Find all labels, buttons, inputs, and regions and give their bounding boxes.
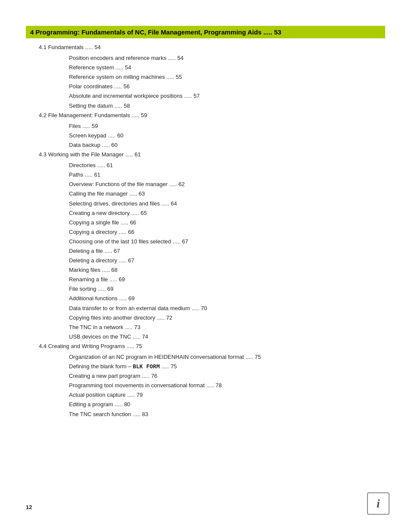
toc-level2: Copying files into another directory ...… [69,313,385,323]
toc-level2: Setting the datum ..... 58 [69,101,385,111]
info-icon: i [367,492,389,515]
toc-level2: Paths ..... 61 [69,170,385,180]
toc-level2: Absolute and incremental workpiece posit… [69,91,385,101]
toc-level2: Defining the blank form – BLK FORM .....… [69,362,385,371]
toc-level2: Organization of an NC program in HEIDENH… [69,352,385,362]
toc-level1: 4.2 File Management: Fundamentals ..... … [39,111,385,120]
page-number: 12 [26,504,32,510]
toc-level2: Programming tool movements in conversati… [69,381,385,390]
toc-level2: Deleting a file ..... 67 [69,246,385,256]
toc-level2: Files ..... 59 [69,121,385,131]
toc-level2: Deleting a directory ..... 67 [69,256,385,265]
toc-level2: Selecting drives, directories and files … [69,199,385,208]
toc-level2: Reference system ..... 54 [69,63,385,72]
toc-level2: Directories ..... 61 [69,161,385,170]
toc-level2: Actual position capture ..... 79 [69,390,385,400]
section-header: 4 Programming: Fundamentals of NC, File … [26,26,385,38]
toc-level2: The TNC in a network ..... 73 [69,323,385,332]
toc-level2: Marking files ..... 68 [69,265,385,275]
toc-level2: Polar coordinates ..... 56 [69,82,385,91]
toc-level2: The TNC search function ..... 83 [69,410,385,419]
toc-level2: Additional functions ..... 69 [69,294,385,303]
toc-level2: File sorting ..... 69 [69,284,385,294]
toc-container: 4.1 Fundamentals ..... 54Position encode… [26,43,385,419]
toc-level2: Reference system on milling machines ...… [69,72,385,82]
toc-level2: Choosing one of the last 10 files select… [69,237,385,246]
toc-level1: 4.3 Working with the File Manager ..... … [39,150,385,159]
toc-level2: Data backup ..... 60 [69,140,385,150]
toc-level1: 4.1 Fundamentals ..... 54 [39,43,385,52]
toc-level2: Copying a single file ..... 66 [69,218,385,227]
page: 4 Programming: Fundamentals of NC, File … [0,0,411,532]
toc-level1: 4.4 Creating and Writing Programs ..... … [39,342,385,351]
toc-level2: Position encoders and reference marks ..… [69,53,385,63]
toc-level2: Creating a new directory ..... 65 [69,208,385,218]
toc-level2: USB devices on the TNC ..... 74 [69,332,385,342]
toc-level2: Calling the file manager ..... 63 [69,189,385,199]
toc-level2: Renaming a file ..... 69 [69,275,385,284]
toc-level2: Screen keypad ..... 60 [69,131,385,140]
toc-level2: Data transfer to or from an external dat… [69,304,385,313]
toc-level2: Overview: Functions of the file manager … [69,180,385,189]
toc-level2: Creating a new part program ..... 76 [69,371,385,381]
toc-level2: Copying a directory ..... 66 [69,227,385,237]
toc-level2: Editing a program ..... 80 [69,400,385,409]
